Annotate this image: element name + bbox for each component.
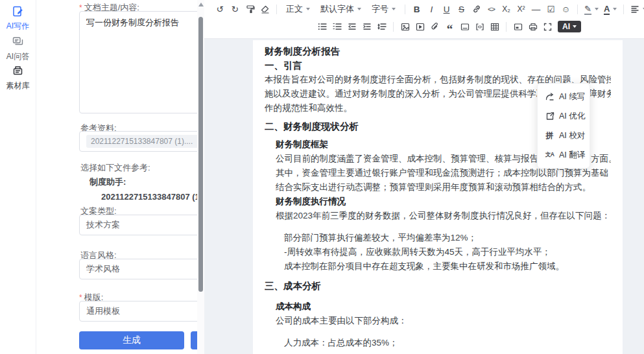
inline-code-icon[interactable]: <> — [484, 2, 499, 16]
doc-list-item: 成本控制在部分项目中存在超支现象，主要集中在研发和市场推广领域。 — [265, 259, 611, 274]
print-icon[interactable] — [525, 19, 540, 34]
menu-item-label: AI 翻译 — [559, 150, 585, 161]
caret-down-icon — [392, 8, 396, 10]
generate-button[interactable]: 生成 — [79, 331, 184, 349]
sidebar-item-label: 素材库 — [6, 81, 30, 90]
editor-area: ↺ ↻ 正文 默认字体 字号 B I U — [204, 0, 644, 354]
menu-item-ai-optimize[interactable]: AI 优化 — [538, 106, 590, 126]
reference-file-tag: 2021122715133847807 (1).... × — [86, 135, 206, 148]
ordered-list-icon[interactable] — [329, 19, 344, 34]
indent-icon[interactable] — [359, 19, 374, 34]
toolbar-row-1: ↺ ↻ 正文 默认字体 字号 B I U — [204, 0, 644, 18]
insert-video-icon[interactable] — [412, 19, 427, 34]
menu-item-ai-translate[interactable]: 文A AI 翻译 — [538, 145, 590, 165]
format-painter-icon[interactable] — [243, 2, 257, 16]
menu-item-ai-continue[interactable]: AI 续写 — [538, 87, 590, 106]
fullscreen-icon[interactable] — [540, 19, 555, 34]
italic-button[interactable]: I — [424, 2, 439, 16]
sidebar-item-label: AI问答 — [6, 52, 29, 61]
toolbar-divider — [276, 5, 277, 14]
language-style-value: 学术风格 — [86, 263, 120, 275]
doc-list-item: 人力成本：占总成本的35%； — [265, 336, 611, 350]
align-left-icon — [630, 5, 639, 13]
sidebar-item-ai-qa[interactable]: AI问答 — [0, 36, 36, 62]
doc-list-item: 部分部门预算执行偏差较大，平均偏差率为12%； — [265, 231, 611, 245]
sidebar-item-ai-write[interactable]: AI写作 — [0, 5, 36, 32]
caret-down-icon — [595, 8, 599, 10]
ai-tools-button[interactable]: AI — [558, 21, 581, 32]
undo-icon[interactable]: ↺ — [213, 2, 228, 16]
material-library-icon — [0, 65, 36, 78]
menu-item-ai-proofread[interactable]: 拼 AI 校对 — [538, 126, 590, 145]
paragraph-style-dropdown[interactable]: 正文 — [281, 3, 315, 15]
editor-toolbar: ↺ ↻ 正文 默认字体 字号 B I U — [204, 0, 644, 39]
font-size-dropdown[interactable]: 字号 — [366, 3, 401, 15]
insert-image-icon[interactable] — [398, 19, 412, 34]
ai-writing-app: AI写作 AI问答 素材库 *文档主题 — [0, 0, 644, 354]
attachment-icon[interactable] — [427, 19, 442, 34]
scroll-up-arrow[interactable] — [198, 3, 204, 6]
sidebar-item-material-library[interactable]: 素材库 — [0, 65, 36, 91]
bullet-list-icon[interactable] — [315, 19, 329, 34]
ai-qa-icon — [0, 36, 36, 49]
insert-table-icon[interactable] — [487, 19, 502, 34]
highlight-color-dropdown[interactable]: ✎ — [582, 4, 601, 15]
sidebar-item-label: AI写作 — [6, 21, 29, 30]
caret-down-icon — [306, 8, 310, 10]
menu-item-label: AI 续写 — [559, 91, 585, 102]
continue-writing-icon — [545, 92, 555, 102]
subscript-button[interactable]: X₂ — [499, 2, 514, 16]
writing-form-panel: *文档主题/内容: 写一份财务制度分析报告 参考资料: 202112271513… — [36, 0, 197, 354]
embed-window-icon[interactable] — [510, 19, 525, 34]
emoji-icon[interactable]: ☺ — [558, 2, 573, 16]
redo-icon[interactable]: ↻ — [228, 2, 243, 16]
left-rail: AI写作 AI问答 素材库 — [0, 0, 36, 354]
toolbar-divider — [393, 22, 394, 32]
bold-button[interactable]: B — [409, 2, 424, 16]
toolbar-divider — [405, 5, 405, 14]
optimize-icon — [545, 112, 555, 121]
divider-block-icon[interactable] — [457, 19, 472, 34]
caret-down-icon — [573, 25, 577, 28]
align-dropdown[interactable] — [628, 5, 644, 13]
toolbar-row-2: “ — [204, 18, 644, 35]
underline-button[interactable]: U — [439, 2, 454, 16]
clear-format-eraser-icon[interactable] — [257, 2, 272, 16]
proofread-icon: 拼 — [545, 131, 555, 141]
doc-paragraph-line: 结合实际支出进行动态调整；预算管理则采用年度预算和滚动预算相结合的方式。 — [265, 180, 611, 195]
toolbar-divider — [506, 22, 507, 32]
ai-write-icon — [0, 5, 36, 18]
menu-item-label: AI 校对 — [559, 130, 585, 141]
editor-canvas: 财务制度分析报告 一、引言 本报告旨在对公司的财务制度进行全面分析，包括财务制度… — [204, 39, 644, 354]
doc-subheading: 成本构成 — [265, 300, 611, 314]
toolbar-divider — [577, 5, 578, 14]
template-value: 通用模板 — [86, 305, 120, 317]
reference-file-tag-text: 2021122715133847807 (1).... — [91, 137, 193, 146]
doc-heading: 三、成本分析 — [265, 279, 611, 293]
code-block-icon[interactable] — [472, 19, 487, 34]
outdent-icon[interactable] — [344, 19, 359, 34]
doc-subheading: 财务制度执行情况 — [265, 195, 611, 209]
translate-icon: 文A — [545, 150, 555, 160]
blockquote-icon[interactable]: “ — [442, 17, 457, 36]
caret-down-icon — [613, 8, 617, 10]
scrollbar-thumb[interactable] — [198, 17, 203, 292]
doc-title: 财务制度分析报告 — [265, 44, 611, 58]
strikethrough-button[interactable]: S — [454, 2, 469, 16]
doc-list-item: -周转效率有待提高，应收账款周转天数为45天，高于行业平均水平； — [265, 245, 611, 259]
toolbar-divider — [623, 5, 624, 14]
todo-checkbox-icon[interactable]: ☑ — [543, 2, 558, 16]
assistant-label: 制度助手: — [89, 176, 126, 188]
panel-scrollbar — [197, 0, 204, 354]
line-height-icon[interactable] — [374, 19, 389, 34]
doc-paragraph-line: 公司的成本主要由以下部分构成： — [265, 314, 611, 328]
caret-down-icon — [357, 8, 361, 10]
superscript-button[interactable]: X² — [514, 2, 529, 16]
font-family-dropdown[interactable]: 默认字体 — [315, 3, 366, 15]
font-color-dropdown[interactable]: A — [601, 4, 619, 15]
horizontal-rule-icon[interactable]: — — [529, 2, 543, 16]
link-icon[interactable] — [469, 2, 484, 16]
selected-file-name: 2021122715133847807 (1).... — [101, 192, 212, 202]
select-files-label: 选择如下文件参考: — [80, 162, 150, 174]
ai-tools-menu: AI 续写 AI 优化 拼 AI 校对 文A AI 翻译 — [537, 83, 590, 169]
